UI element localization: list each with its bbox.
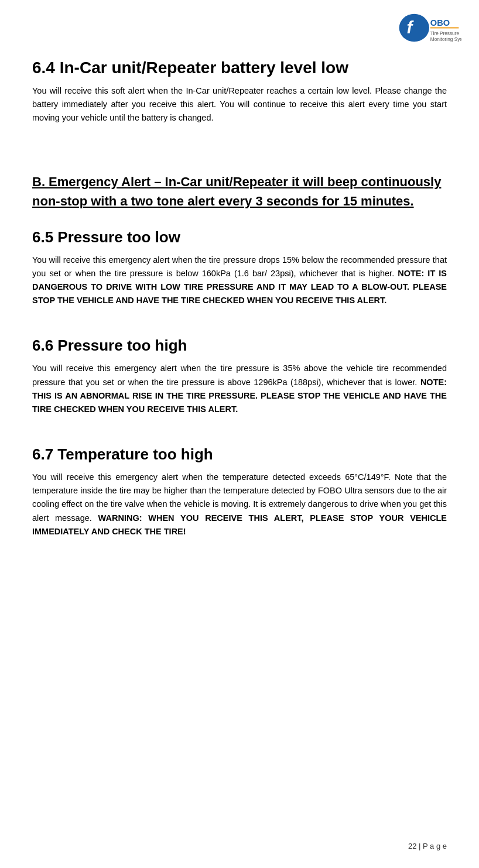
section-64-body: You will receive this soft alert when th… [32,84,447,125]
page-footer: 22 | P a g e [408,842,447,850]
emergency-alert-heading: B. Emergency Alert – In-Car unit/Repeate… [32,172,447,211]
page-container: f OBO Tire Pressure Monitoring System 6.… [0,0,479,868]
section-65-body-normal: You will receive this emergency alert wh… [32,255,447,278]
section-66-body: You will receive this emergency alert wh… [32,362,447,416]
section-65-heading: 6.5 Pressure too low [32,228,447,246]
svg-text:OBO: OBO [430,18,450,28]
svg-text:Monitoring System: Monitoring System [430,37,461,42]
section-66-heading: 6.6 Pressure too high [32,337,447,355]
section-64-heading: 6.4 In-Car unit/Repeater battery level l… [32,59,447,77]
fobo-logo-icon: f OBO Tire Pressure Monitoring System [397,12,461,44]
svg-text:Tire Pressure: Tire Pressure [430,31,460,36]
svg-point-0 [399,14,429,42]
section-67-heading: 6.7 Temperature too high [32,445,447,464]
section-67-body: You will receive this emergency alert wh… [32,471,447,538]
section-65-body: You will receive this emergency alert wh… [32,253,447,308]
page-number: 22 | P a g e [408,842,447,850]
section-66-body-normal: You will receive this emergency alert wh… [32,363,447,386]
logo-container: f OBO Tire Pressure Monitoring System [397,12,461,44]
